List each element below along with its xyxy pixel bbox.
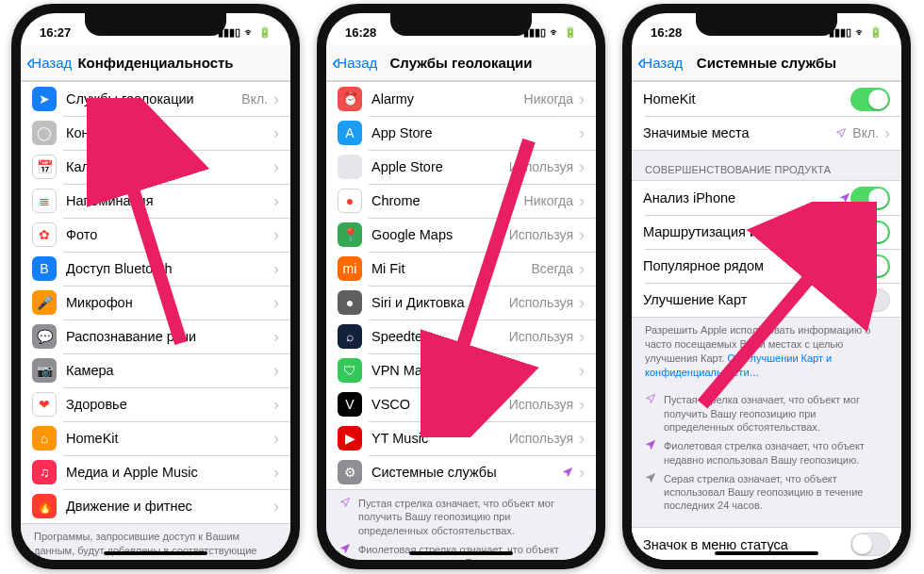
home-indicator[interactable] [104, 551, 207, 555]
list-item[interactable]: A App Store › [326, 116, 596, 150]
cell-value: Используя [509, 329, 573, 344]
list-item[interactable]: ● Chrome Никогда› [326, 184, 596, 218]
list-item[interactable]: ♫ Медиа и Apple Music › [21, 455, 290, 489]
chevron-right-icon: › [273, 463, 279, 483]
legend: Пустая стрелка означает, что объект мог … [326, 490, 596, 560]
back-button[interactable]: ‹Назад [637, 53, 683, 74]
list-item[interactable]: ❤ Здоровье › [21, 387, 290, 421]
app-icon: ✿ [32, 222, 57, 247]
status-icons: ▮▮▮▯ ᯤ 🔋 [523, 26, 577, 39]
chevron-right-icon: › [273, 259, 279, 279]
cell-value: Используя [509, 295, 573, 310]
app-icon: ⏰ [338, 87, 362, 111]
list-item[interactable]: ● Siri и Диктовка Используя› [326, 286, 596, 320]
location-arrow-icon [645, 439, 656, 467]
battery-icon: 🔋 [869, 26, 883, 39]
chevron-right-icon: › [579, 90, 585, 109]
app-icon: ≣ [32, 189, 57, 213]
content[interactable]: HomeKit Значимые местаВкл.› СОВЕРШЕНСТВО… [632, 81, 901, 560]
list-item[interactable]: B Доступ Bluetooth › [21, 252, 290, 286]
list-item[interactable]: ➤ Службы геолокации Вкл.› [21, 82, 290, 116]
location-arrow-icon [839, 260, 850, 271]
legend-text: Фиолетовая стрелка означает, что объект … [664, 439, 888, 467]
chevron-right-icon: › [579, 259, 585, 279]
list-item[interactable]: 📅 Календари › [21, 150, 290, 184]
list-item[interactable]: Маршрутизация и трафик [632, 215, 901, 249]
location-arrow-icon [645, 393, 656, 434]
list-item[interactable]: Анализ iPhone [632, 181, 901, 215]
phone-1: 16:27 ▮▮▮▯ ᯤ 🔋 ‹Назад Конфиденциальность… [11, 4, 300, 569]
list-item[interactable]: 🔥 Движение и фитнес › [21, 489, 290, 523]
list-item[interactable]: 🎤 Микрофон › [21, 286, 290, 320]
cell-label: Контакты [66, 125, 268, 140]
content[interactable]: ➤ Службы геолокации Вкл.› ◯ Контакты › 📅… [21, 81, 290, 560]
list-item[interactable]: ✿ Фото › [21, 218, 290, 252]
app-icon: 🔥 [32, 494, 57, 518]
cell-label: VPN Master [371, 363, 573, 378]
list-item[interactable]: 💬 Распознавание речи › [21, 320, 290, 353]
list-item[interactable]: ⌂ HomeKit › [21, 421, 290, 455]
list-item[interactable]: HomeKit [632, 82, 901, 116]
list-item[interactable]: Популярное рядом [632, 249, 901, 283]
legend-text: Пустая стрелка означает, что объект мог … [358, 497, 583, 537]
legend-row: Серая стрелка означает, что объект испол… [645, 469, 888, 516]
toggle[interactable] [850, 88, 890, 111]
improvement-group: Анализ iPhone Маршрутизация и трафик Поп… [632, 180, 901, 318]
chevron-right-icon: › [273, 429, 279, 449]
list-item[interactable]: ⏰ Alarmy Никогда› [326, 82, 596, 116]
toggle[interactable] [850, 187, 890, 210]
cell-label: Напоминания [66, 193, 268, 208]
cell-label: Фото [66, 227, 268, 242]
battery-icon: 🔋 [564, 26, 577, 39]
location-arrow-icon [562, 467, 573, 478]
app-icon: ❤ [32, 392, 57, 417]
list-item[interactable]: 📷 Камера › [21, 353, 290, 387]
content[interactable]: ⏰ Alarmy Никогда› A App Store › Apple St… [326, 81, 596, 560]
home-indicator[interactable] [409, 551, 513, 555]
toggle[interactable] [850, 288, 890, 312]
app-icon: ◯ [32, 121, 57, 145]
cell-label: HomeKit [66, 431, 268, 446]
cell-label: YT Music [371, 431, 503, 446]
list-item[interactable]: Значимые местаВкл.› [632, 116, 901, 150]
list-item[interactable]: Улучшение Карт [632, 283, 901, 317]
location-arrow-icon [839, 226, 850, 238]
list-item[interactable]: 📍 Google Maps Используя› [326, 218, 596, 252]
back-button[interactable]: ‹Назад [332, 53, 377, 74]
status-time: 16:28 [345, 25, 376, 40]
toggle[interactable] [850, 221, 890, 244]
app-icon: ⚙ [338, 460, 362, 484]
cell-label: HomeKit [643, 91, 850, 107]
battery-icon: 🔋 [258, 26, 272, 39]
location-arrow-icon [645, 472, 656, 513]
app-icon: 🎤 [32, 290, 57, 315]
cell-label: Speedtest [371, 329, 503, 344]
list-item[interactable]: ⌕ Speedtest Используя› [326, 320, 596, 353]
legend-text: Серая стрелка означает, что объект испол… [664, 472, 888, 513]
home-indicator[interactable] [715, 551, 818, 555]
location-arrow-icon [839, 192, 850, 204]
list-item[interactable]: mi Mi Fit Всегда› [326, 252, 596, 286]
chevron-right-icon: › [273, 293, 279, 313]
back-button[interactable]: ‹Назад [26, 53, 72, 74]
cell-label: VSCO [371, 397, 503, 412]
notch [85, 13, 226, 36]
app-icon: B [32, 256, 57, 281]
list-item[interactable]: ≣ Напоминания › [21, 184, 290, 218]
toggle[interactable] [850, 533, 890, 556]
toggle[interactable] [850, 254, 890, 278]
cell-label: Популярное рядом [643, 258, 835, 273]
list-item[interactable]: 🛡 VPN Master › [326, 353, 596, 387]
status-time: 16:27 [40, 25, 71, 40]
list-item[interactable]: ⚙ Системные службы › [326, 455, 596, 489]
wifi-icon: ᯤ [550, 26, 560, 38]
cell-value: Используя [509, 431, 573, 446]
legend-row: Пустая стрелка означает, что объект мог … [645, 390, 888, 436]
list-item[interactable]: V VSCO Используя› [326, 387, 596, 421]
list-item[interactable]: ◯ Контакты › [21, 116, 290, 150]
chevron-right-icon: › [579, 293, 585, 313]
chevron-right-icon: › [273, 497, 279, 517]
list-item[interactable]: ▶ YT Music Используя› [326, 421, 596, 455]
cell-value: Используя [509, 159, 573, 174]
list-item[interactable]: Apple Store Используя› [326, 150, 596, 184]
